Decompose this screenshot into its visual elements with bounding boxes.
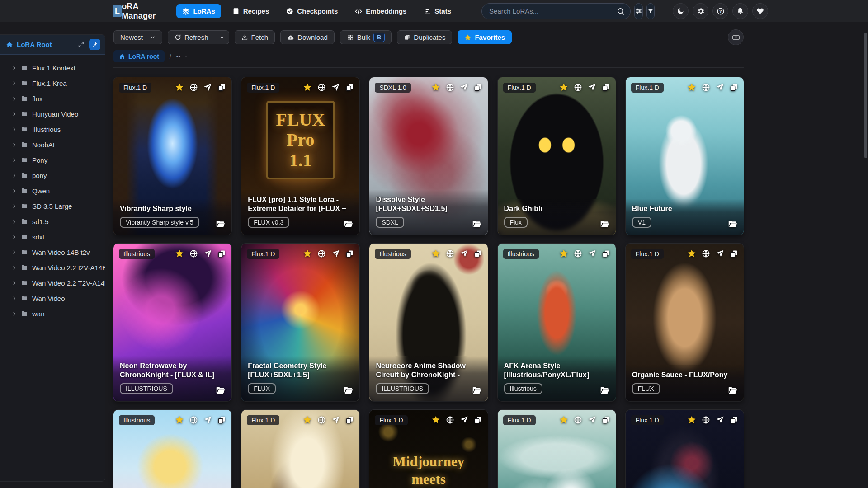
open-folder-icon[interactable] (472, 385, 481, 395)
copy-icon[interactable] (345, 83, 354, 92)
sidebar-folder-item[interactable]: sd1.5 (0, 214, 105, 229)
lora-card[interactable]: Flux.1 D Dark Ghibli Flux (498, 77, 616, 235)
lora-card[interactable]: Flux.1 D Vibrantly Sharp style Vibrantly… (113, 77, 231, 235)
favorite-star-icon[interactable] (175, 249, 184, 258)
send-icon[interactable] (460, 83, 468, 92)
tab-checkpoints[interactable]: Checkpoints (280, 4, 344, 18)
open-folder-icon[interactable] (600, 219, 609, 229)
send-icon[interactable] (331, 249, 340, 258)
chevron-right-icon[interactable] (12, 265, 17, 270)
lora-card[interactable]: Flux.1 D (626, 410, 744, 488)
copy-icon[interactable] (345, 416, 354, 424)
favorite-star-icon[interactable] (687, 83, 696, 92)
sidebar-folder-item[interactable]: Wan Video 2.2 I2V-A14B (0, 260, 105, 275)
lora-card[interactable]: Midjourney meets FLUX Flux.1 D (369, 410, 487, 488)
sidebar-folder-item[interactable]: Flux.1 Krea (0, 75, 105, 91)
search-input[interactable] (481, 3, 631, 19)
sidebar-root-item[interactable]: LoRA Root (6, 41, 52, 48)
copy-icon[interactable] (730, 416, 738, 424)
theme-toggle-button[interactable] (673, 3, 689, 19)
chevron-right-icon[interactable] (12, 281, 17, 286)
lora-card[interactable]: Flux.1 D Organic Sauce - FLUX/Pony FLUX (626, 244, 744, 401)
globe-icon[interactable] (317, 416, 326, 424)
favorite-star-icon[interactable] (431, 415, 440, 424)
lora-card[interactable]: Illustrious Neurocore Anime Shadow Circu… (369, 244, 487, 401)
send-icon[interactable] (203, 249, 212, 258)
globe-icon[interactable] (446, 416, 454, 424)
app-logo[interactable]: L oRA Manager (113, 2, 159, 21)
send-icon[interactable] (716, 416, 724, 424)
lora-card[interactable]: Flux.1 D (498, 410, 616, 488)
globe-icon[interactable] (317, 83, 326, 92)
send-icon[interactable] (588, 83, 596, 92)
tab-loras[interactable]: LoRAs (176, 4, 221, 18)
copy-icon[interactable] (730, 249, 738, 258)
open-folder-icon[interactable] (216, 219, 225, 229)
favorite-star-icon[interactable] (559, 83, 568, 92)
copy-icon[interactable] (217, 416, 226, 424)
copy-icon[interactable] (474, 249, 482, 258)
send-icon[interactable] (716, 83, 724, 92)
tab-embeddings[interactable]: Embeddings (349, 4, 412, 18)
favorite-star-icon[interactable] (431, 249, 440, 258)
lora-card[interactable]: Flux.1 D Fractal Geometry Style [FLUX+SD… (241, 244, 359, 401)
chevron-right-icon[interactable] (12, 235, 17, 239)
copy-icon[interactable] (602, 249, 610, 258)
open-folder-icon[interactable] (600, 385, 609, 395)
open-folder-icon[interactable] (728, 219, 737, 229)
open-folder-icon[interactable] (472, 219, 481, 229)
open-folder-icon[interactable] (344, 219, 353, 229)
chevron-right-icon[interactable] (12, 81, 17, 86)
pin-sidebar-button[interactable] (89, 39, 100, 50)
collapse-tree-button[interactable] (77, 40, 85, 49)
sidebar-folder-item[interactable]: pony (0, 168, 105, 183)
tab-stats[interactable]: Stats (418, 4, 457, 18)
download-button[interactable]: Download (280, 30, 335, 44)
globe-icon[interactable] (574, 249, 582, 258)
globe-icon[interactable] (446, 83, 454, 92)
chevron-right-icon[interactable] (12, 219, 17, 224)
support-button[interactable] (752, 3, 768, 19)
page-scrollbar[interactable] (864, 33, 867, 158)
chevron-right-icon[interactable] (12, 96, 17, 101)
sidebar-folder-item[interactable]: sdxl (0, 229, 105, 244)
favorite-star-icon[interactable] (687, 249, 696, 258)
favorite-star-icon[interactable] (175, 83, 184, 92)
send-icon[interactable] (460, 416, 468, 424)
open-folder-icon[interactable] (728, 385, 737, 395)
open-folder-icon[interactable] (216, 385, 225, 395)
globe-icon[interactable] (189, 83, 198, 92)
favorite-star-icon[interactable] (303, 415, 312, 424)
sidebar-folder-item[interactable]: Wan Video 2.2 T2V-A14B (0, 275, 105, 291)
sidebar-folder-item[interactable]: Qwen (0, 183, 105, 198)
search-icon[interactable] (617, 7, 625, 15)
sort-select[interactable]: Newest (113, 30, 162, 44)
chevron-right-icon[interactable] (12, 158, 17, 163)
chevron-right-icon[interactable] (12, 204, 17, 209)
refresh-options-button[interactable] (215, 30, 229, 44)
notifications-button[interactable] (732, 3, 748, 19)
chevron-right-icon[interactable] (12, 296, 17, 301)
globe-icon[interactable] (702, 416, 710, 424)
search-options-button[interactable] (634, 3, 643, 19)
copy-icon[interactable] (602, 416, 610, 424)
lora-card[interactable]: FLUX Pro 1.1 Flux.1 D FLUX [pro] 1.1 S (241, 77, 359, 235)
sidebar-folder-item[interactable]: SD 3.5 Large (0, 198, 105, 214)
sidebar-folder-item[interactable]: Flux.1 Kontext (0, 60, 105, 75)
globe-icon[interactable] (702, 249, 710, 258)
globe-icon[interactable] (317, 249, 326, 258)
globe-icon[interactable] (702, 83, 710, 92)
copy-icon[interactable] (474, 83, 482, 92)
refresh-button[interactable]: Refresh (168, 30, 215, 44)
keyboard-shortcuts-button[interactable] (728, 29, 744, 45)
lora-card[interactable]: Flux.1 D (241, 410, 359, 488)
help-button[interactable]: ? (712, 3, 728, 19)
sidebar-folder-item[interactable]: Wan Video 14B t2v (0, 244, 105, 260)
favorite-star-icon[interactable] (303, 83, 312, 92)
lora-card[interactable]: Flux.1 D Blue Future V1 (626, 77, 744, 235)
chevron-right-icon[interactable] (12, 112, 17, 117)
globe-icon[interactable] (189, 249, 198, 258)
chevron-right-icon[interactable] (12, 188, 17, 193)
send-icon[interactable] (331, 83, 340, 92)
sidebar-folder-item[interactable]: flux (0, 91, 105, 106)
